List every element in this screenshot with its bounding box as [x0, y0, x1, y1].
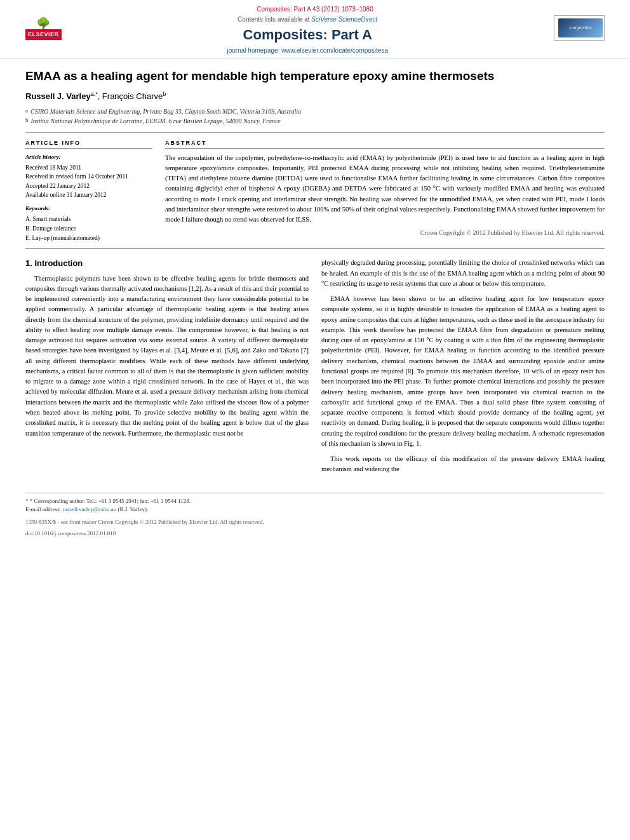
sciverse-text: Contents lists available at — [238, 16, 309, 23]
article-info-col: ARTICLE INFO Article history: Received 1… — [25, 139, 152, 243]
history-label: Article history: — [25, 153, 152, 161]
journal-top-left: 🌳 ELSEVIER — [25, 15, 62, 40]
corresponding-text: * Corresponding author. Tel.: +61 3 9545… — [30, 498, 191, 504]
article-info-abstract-cols: ARTICLE INFO Article history: Received 1… — [25, 139, 605, 243]
footer: * * Corresponding author. Tel.: +61 3 95… — [25, 493, 605, 538]
affil-a-sup: a — [25, 107, 28, 116]
article-info-label: ARTICLE INFO — [25, 139, 152, 149]
divider-top — [25, 132, 605, 133]
keyword-a: A. Smart materials — [25, 215, 152, 224]
composites-logo-text: composites — [569, 25, 591, 31]
corresponding-author-note: * * Corresponding author. Tel.: +61 3 95… — [25, 497, 605, 506]
sciverse-line: Contents lists available at SciVerse Sci… — [74, 15, 541, 24]
journal-homepage[interactable]: journal homepage: www.elsevier.com/locat… — [74, 46, 541, 55]
composites-logo-box: composites — [554, 15, 605, 41]
issn-line: 1359-835X/$ - see front matter Crown Cop… — [25, 518, 605, 526]
journal-top-right: composites — [554, 15, 605, 41]
body-content: 1. Introduction Thermoplastic polymers h… — [25, 258, 605, 479]
crown-copyright: Crown Copyright © 2012 Published by Else… — [165, 229, 605, 237]
elsevier-logo: 🌳 ELSEVIER — [25, 18, 62, 40]
author-a-sup: a,* — [91, 91, 98, 97]
affil-a-text: CSIRO Materials Science and Engineering,… — [30, 107, 301, 116]
keywords-section: Keywords: A. Smart materials B. Damage t… — [25, 204, 152, 243]
sciverse-link[interactable]: SciVerse ScienceDirect — [311, 16, 377, 23]
body-left-col: 1. Introduction Thermoplastic polymers h… — [25, 258, 309, 479]
intro-section-title: 1. Introduction — [25, 258, 309, 269]
doi-text[interactable]: doi:10.1016/j.compositesa.2012.01.018 — [25, 530, 116, 537]
affil-b-sup: b — [25, 116, 29, 126]
email-suffix: (R.J. Varley). — [118, 506, 149, 512]
elsevier-tree-icon: 🌳 — [36, 18, 50, 29]
affiliations: a CSIRO Materials Science and Engineerin… — [25, 107, 605, 126]
journal-citation: Composites: Part A 43 (2012) 1073–1080 — [25, 4, 605, 15]
issn-text: 1359-835X/$ - see front matter Crown Cop… — [25, 519, 264, 525]
page-wrapper: Composites: Part A 43 (2012) 1073–1080 🌳… — [0, 0, 630, 840]
journal-center: Contents lists available at SciVerse Sci… — [62, 15, 554, 55]
intro-number: 1. — [25, 258, 32, 268]
journal-top-bar: 🌳 ELSEVIER Contents lists available at S… — [25, 15, 605, 58]
affil-row-a: a CSIRO Materials Science and Engineerin… — [25, 107, 605, 116]
intro-paragraph2: physically degraded during processing, p… — [321, 258, 605, 289]
body-right-col: physically degraded during processing, p… — [321, 258, 605, 479]
journal-header: Composites: Part A 43 (2012) 1073–1080 🌳… — [0, 0, 630, 58]
authors-comma: , François Charve — [98, 92, 163, 102]
received-date: Received 18 May 2011 — [25, 163, 152, 172]
journal-title-main: Composites: Part A — [74, 25, 541, 45]
keyword-b: B. Damage tolerance — [25, 224, 152, 234]
email-line: E-mail address: russell.varley@csiro.au … — [25, 505, 605, 514]
intro-title: Introduction — [34, 258, 83, 268]
intro-paragraph1: Thermoplastic polymers have been shown t… — [25, 274, 309, 439]
composites-logo-image: composites — [558, 18, 603, 37]
email-address[interactable]: russell.varley@csiro.au — [62, 506, 116, 512]
article-history-text: Received 18 May 2011 Received in revised… — [25, 163, 152, 199]
email-label: E-mail address: — [25, 506, 61, 512]
available-date: Available online 31 January 2012 — [25, 190, 152, 199]
keyword-c: E. Lay-up (manual/automated) — [25, 234, 152, 243]
content-wrapper: EMAA as a healing agent for mendable hig… — [0, 58, 630, 550]
authors-line: Russell J. Varleya,*, François Charveb — [25, 90, 605, 103]
elsevier-name-box: ELSEVIER — [25, 29, 62, 40]
affil-row-b: b Institut National Polytechnique de Lor… — [25, 116, 605, 126]
intro-paragraph4: This work reports on the efficacy of thi… — [321, 454, 605, 475]
intro-paragraph3: EMAA however has been shown to be an eff… — [321, 294, 605, 449]
affil-b-text: Institut National Polytechnique de Lorra… — [31, 116, 281, 126]
abstract-col: ABSTRACT The encapsulation of the copoly… — [165, 139, 605, 243]
author-varley: Russell J. Varley — [25, 92, 91, 102]
doi-line: doi:10.1016/j.compositesa.2012.01.018 — [25, 530, 605, 538]
accepted-date: Accepted 22 January 2012 — [25, 182, 152, 190]
article-title: EMAA as a healing agent for mendable hig… — [25, 69, 605, 84]
elsevier-label: ELSEVIER — [28, 31, 59, 37]
footnote-star: * — [25, 498, 30, 504]
author-b-sup: b — [163, 91, 166, 97]
abstract-label: ABSTRACT — [165, 139, 605, 149]
revised-date: Received in revised form 14 October 2011 — [25, 172, 152, 181]
divider-body — [25, 248, 605, 249]
keywords-label: Keywords: — [25, 204, 152, 213]
abstract-text: The encapsulation of the copolymer, poly… — [165, 153, 605, 225]
